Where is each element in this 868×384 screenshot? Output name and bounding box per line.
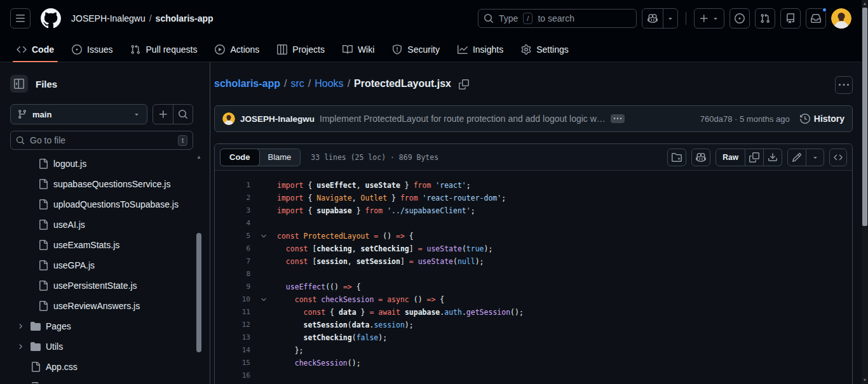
scroll-up-icon[interactable]: ▲ bbox=[862, 1, 868, 6]
line-number[interactable]: 9 bbox=[215, 281, 255, 293]
tab-code-view[interactable]: Code bbox=[220, 149, 260, 166]
fold-toggle-icon[interactable] bbox=[255, 293, 272, 306]
tab-pull-requests[interactable]: Pull requests bbox=[124, 37, 203, 62]
tree-folder-Utils[interactable]: Utils bbox=[0, 336, 210, 357]
tab-label: Wiki bbox=[358, 44, 374, 55]
tab-issues[interactable]: Issues bbox=[65, 37, 119, 62]
global-search-input[interactable]: Type / to search bbox=[478, 9, 637, 28]
line-number[interactable]: 15 bbox=[215, 357, 255, 369]
chevron-right-icon[interactable] bbox=[15, 343, 25, 350]
tab-wiki[interactable]: Wiki bbox=[336, 37, 381, 62]
shield-icon bbox=[392, 44, 402, 55]
page-scrollbar[interactable]: ▲ ▼ bbox=[862, 0, 868, 384]
file-more-options-button[interactable] bbox=[835, 76, 853, 94]
symbols-panel-button[interactable] bbox=[829, 149, 847, 166]
line-number[interactable]: 7 bbox=[215, 255, 255, 268]
commit-author[interactable]: JOSEPH-Inalegwu bbox=[240, 114, 315, 124]
commit-message[interactable]: Implement ProtectedLayout for route prot… bbox=[320, 114, 606, 124]
scroll-down-icon[interactable]: ▼ bbox=[862, 378, 868, 382]
open-workspace-button[interactable] bbox=[667, 149, 686, 166]
expand-commit-message-button[interactable] bbox=[611, 114, 625, 123]
line-number[interactable]: 5 bbox=[215, 230, 255, 242]
chevron-right-icon[interactable] bbox=[15, 322, 25, 330]
search-files-button[interactable] bbox=[173, 105, 193, 124]
pull-requests-button[interactable] bbox=[755, 8, 775, 29]
repo-icon bbox=[785, 13, 796, 23]
commit-sha[interactable]: 760da78 bbox=[700, 114, 733, 124]
tree-file-partial[interactable] bbox=[0, 377, 210, 383]
code-text: import { useEffect, useState } from 'rea… bbox=[272, 179, 471, 192]
tab-insights[interactable]: Insights bbox=[451, 37, 510, 62]
breadcrumb-src[interactable]: src bbox=[290, 78, 304, 89]
file-tree-scrollbar-thumb[interactable] bbox=[196, 233, 201, 352]
code-text: setSession(data.session); bbox=[272, 319, 414, 331]
tab-label: Settings bbox=[536, 44, 569, 55]
new-file-button[interactable] bbox=[153, 105, 173, 124]
breadcrumb-scholaris-app[interactable]: scholaris-app bbox=[214, 78, 280, 89]
copy-path-button[interactable] bbox=[459, 77, 469, 89]
context-repo-link[interactable]: scholaris-app bbox=[156, 13, 214, 23]
download-button[interactable] bbox=[764, 149, 782, 166]
line-number[interactable]: 16 bbox=[215, 369, 255, 382]
global-menu-button[interactable] bbox=[10, 8, 31, 29]
edit-options-button[interactable] bbox=[806, 149, 824, 166]
copilot-file-button[interactable] bbox=[691, 149, 710, 166]
file-tree-scrollbar[interactable]: ▲ bbox=[196, 154, 202, 384]
repositories-button[interactable] bbox=[780, 8, 801, 29]
line-number[interactable]: 14 bbox=[215, 344, 255, 357]
tab-actions[interactable]: Actions bbox=[208, 37, 266, 62]
tree-file-uploadQuestionsToSupabase.js[interactable]: uploadQuestionsToSupabase.js bbox=[0, 194, 210, 215]
tree-file-useExamStats.js[interactable]: useExamStats.js bbox=[0, 235, 210, 255]
tab-blame-view[interactable]: Blame bbox=[259, 149, 301, 166]
tree-file-logout.js[interactable]: logout.js bbox=[0, 154, 210, 174]
scroll-up-icon[interactable]: ▲ bbox=[196, 154, 201, 161]
commit-date: 5 months ago bbox=[740, 114, 790, 124]
line-number[interactable]: 11 bbox=[215, 306, 255, 319]
copilot-menu-button[interactable] bbox=[663, 9, 677, 28]
tree-file-useAI.js[interactable]: useAI.js bbox=[0, 215, 210, 235]
github-logo-icon[interactable] bbox=[41, 8, 61, 29]
user-avatar[interactable] bbox=[831, 8, 851, 29]
tree-folder-Pages[interactable]: Pages bbox=[0, 316, 210, 336]
copy-raw-button[interactable] bbox=[745, 149, 764, 166]
page-scrollbar-thumb[interactable] bbox=[862, 8, 867, 226]
fold-spacer bbox=[255, 217, 272, 230]
tab-security[interactable]: Security bbox=[386, 37, 446, 62]
raw-button[interactable]: Raw bbox=[715, 149, 745, 166]
context-user-link[interactable]: JOSEPH-Inalegwu bbox=[71, 13, 146, 23]
table-icon bbox=[277, 44, 287, 55]
kebab-icon bbox=[839, 80, 849, 90]
fold-toggle-icon[interactable] bbox=[255, 230, 272, 242]
line-number[interactable]: 2 bbox=[215, 192, 255, 204]
line-number[interactable]: 6 bbox=[215, 242, 255, 255]
history-link[interactable]: History bbox=[800, 114, 844, 124]
line-number[interactable]: 13 bbox=[215, 331, 255, 344]
tree-file-useGPA.js[interactable]: useGPA.js bbox=[0, 255, 210, 275]
tree-file-useReviewAnswers.js[interactable]: useReviewAnswers.js bbox=[0, 296, 210, 316]
tab-projects[interactable]: Projects bbox=[271, 37, 331, 62]
tab-settings[interactable]: Settings bbox=[515, 37, 575, 62]
tab-label: Issues bbox=[87, 44, 112, 55]
copilot-chat-button[interactable] bbox=[642, 9, 663, 28]
line-number[interactable]: 10 bbox=[215, 293, 255, 306]
tree-file-supabaseQuestionsService.js[interactable]: supabaseQuestionsService.js bbox=[0, 174, 210, 194]
line-number[interactable]: 3 bbox=[215, 204, 255, 217]
tree-file-usePersistentState.js[interactable]: usePersistentState.js bbox=[0, 275, 210, 296]
branch-selector[interactable]: main bbox=[10, 104, 147, 124]
line-number[interactable]: 1 bbox=[215, 179, 255, 192]
breadcrumb-hooks[interactable]: Hooks bbox=[315, 78, 343, 89]
line-number[interactable]: 8 bbox=[215, 268, 255, 281]
notifications-button[interactable] bbox=[806, 8, 826, 29]
line-number[interactable]: 12 bbox=[215, 319, 255, 331]
line-number[interactable]: 4 bbox=[215, 217, 255, 230]
issues-button[interactable] bbox=[729, 8, 750, 29]
file-icon bbox=[31, 362, 41, 372]
create-new-button[interactable] bbox=[694, 8, 724, 29]
tab-code[interactable]: Code bbox=[10, 37, 60, 62]
edit-file-button[interactable] bbox=[787, 149, 806, 166]
tree-file-App.css[interactable]: App.css bbox=[0, 357, 210, 377]
collapse-sidebar-button[interactable] bbox=[10, 75, 28, 93]
copy-icon bbox=[749, 152, 759, 162]
commit-author-avatar[interactable] bbox=[222, 112, 235, 125]
go-to-file-input[interactable]: Go to file t bbox=[10, 131, 193, 150]
